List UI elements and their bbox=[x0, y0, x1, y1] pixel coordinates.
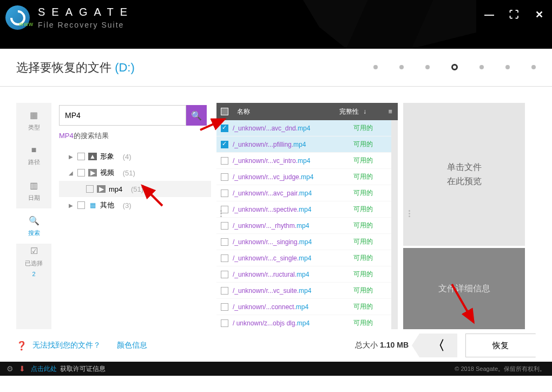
file-integrity: 可用的 bbox=[353, 172, 391, 181]
brand-name: SEAGATE bbox=[38, 6, 134, 18]
tree-node-video[interactable]: ◢▶视频 (51) bbox=[59, 165, 211, 181]
file-checkbox[interactable] bbox=[221, 222, 228, 230]
tree-node-mp4[interactable]: ▶mp4 (51) bbox=[59, 181, 211, 197]
caret-right-icon: ▶ bbox=[69, 154, 74, 160]
tab-label: 类型 bbox=[28, 123, 40, 132]
tab-type[interactable]: ▦类型 bbox=[16, 103, 51, 138]
column-name[interactable]: 名称 bbox=[233, 107, 339, 116]
file-checkbox[interactable] bbox=[221, 254, 228, 262]
file-row[interactable]: /_unknown/...avc_dnd.mp4 可用的 bbox=[216, 120, 391, 136]
step-dot bbox=[373, 65, 378, 69]
select-all-checkbox[interactable] bbox=[221, 108, 228, 115]
step-dot bbox=[479, 65, 484, 69]
file-name: /_unknown/r...vc_judge.mp4 bbox=[233, 173, 353, 181]
file-checkbox[interactable] bbox=[221, 173, 228, 181]
checkbox[interactable] bbox=[86, 185, 94, 193]
drag-handle[interactable] bbox=[409, 208, 412, 219]
tab-search[interactable]: 🔍搜索 bbox=[16, 208, 51, 244]
file-integrity: 可用的 bbox=[353, 123, 391, 133]
download-icon[interactable]: ⬇ bbox=[19, 364, 25, 373]
file-checkbox[interactable] bbox=[221, 271, 228, 278]
close-button[interactable]: ✕ bbox=[534, 10, 544, 19]
file-row[interactable]: / unknown/z...objs dlg.mp4 可用的 bbox=[216, 315, 391, 329]
tree-label: 其他 bbox=[100, 200, 114, 210]
file-checkbox[interactable] bbox=[221, 319, 228, 327]
file-row[interactable]: /_unknown/r...ructural.mp4 可用的 bbox=[216, 266, 391, 283]
step-dot bbox=[505, 65, 510, 69]
file-checkbox[interactable] bbox=[221, 206, 228, 213]
checkbox[interactable] bbox=[77, 201, 85, 209]
brand-subtitle: File Recovery Suite bbox=[38, 21, 134, 29]
file-list[interactable]: /_unknown/...avc_dnd.mp4 可用的 /_unknown/r… bbox=[216, 120, 398, 329]
check-icon: ☑ bbox=[30, 246, 38, 256]
tab-label: 已选择 bbox=[25, 259, 43, 267]
watermark-text: www bbox=[19, 21, 34, 27]
file-integrity: 可用的 bbox=[353, 205, 391, 214]
help-link-colorinfo[interactable]: 颜色信息 bbox=[117, 341, 147, 350]
list-menu-icon[interactable]: ≡ bbox=[383, 108, 398, 115]
calendar-icon: ▥ bbox=[30, 180, 38, 191]
help-icon: ❓ bbox=[16, 341, 27, 351]
file-checkbox[interactable] bbox=[221, 303, 228, 311]
tab-label: 搜索 bbox=[28, 229, 40, 237]
tree-label: 形象 bbox=[100, 152, 114, 161]
sort-down-icon[interactable]: ↓ bbox=[363, 108, 366, 115]
column-integrity[interactable]: 完整性 bbox=[339, 107, 359, 116]
file-checkbox[interactable] bbox=[221, 141, 228, 148]
minimize-button[interactable]: ― bbox=[484, 10, 494, 19]
file-row[interactable]: /_unknown/r...avc_pair.mp4 可用的 bbox=[216, 185, 391, 201]
step-dot bbox=[531, 65, 536, 69]
file-row[interactable]: /_unknown/r...vc_suite.mp4 可用的 bbox=[216, 283, 391, 299]
file-integrity: 可用的 bbox=[353, 156, 391, 165]
back-button[interactable]: 〈 bbox=[419, 334, 457, 357]
search-result-label: MP4的搜索结果 bbox=[59, 131, 209, 141]
file-row[interactable]: /_unknown/...connect.mp4 可用的 bbox=[216, 299, 391, 315]
tree-node-other[interactable]: ▶▦其他 (3) bbox=[59, 197, 211, 213]
tab-path[interactable]: ■路径 bbox=[16, 138, 51, 173]
help-link-notfound[interactable]: 无法找到您的文件？ bbox=[32, 341, 101, 350]
license-link[interactable]: 点击此处 bbox=[31, 364, 57, 374]
checkbox[interactable] bbox=[77, 153, 85, 160]
step-dot-active bbox=[451, 64, 458, 70]
tab-label: 路径 bbox=[28, 158, 40, 166]
search-button[interactable]: 🔍 bbox=[186, 105, 207, 126]
file-checkbox[interactable] bbox=[221, 125, 228, 132]
file-name: /_unknown/r...vc_intro.mp4 bbox=[233, 157, 353, 165]
checkbox[interactable] bbox=[77, 169, 85, 177]
caret-right-icon: ▶ bbox=[69, 202, 74, 208]
video-file-icon: ▶ bbox=[97, 185, 106, 193]
selected-count: 2 bbox=[32, 271, 35, 277]
file-row[interactable]: /_unknown/r...vc_intro.mp4 可用的 bbox=[216, 153, 391, 169]
file-name: /_unknown/r...avc_pair.mp4 bbox=[233, 190, 353, 197]
search-icon: 🔍 bbox=[29, 215, 40, 226]
file-row[interactable]: /_unknown/r...c_single.mp4 可用的 bbox=[216, 250, 391, 266]
file-checkbox[interactable] bbox=[221, 238, 228, 246]
tab-selected[interactable]: ☑已选择2 bbox=[16, 244, 51, 279]
recover-button[interactable]: 恢复 bbox=[465, 334, 536, 357]
file-checkbox[interactable] bbox=[221, 190, 228, 197]
file-row[interactable]: /_unknown/r...spective.mp4 可用的 bbox=[216, 201, 391, 218]
file-row[interactable]: /_unknown/r...vc_judge.mp4 可用的 bbox=[216, 169, 391, 185]
magnify-icon: 🔍 bbox=[191, 110, 202, 121]
file-checkbox[interactable] bbox=[221, 157, 228, 165]
file-name: /_unknown/r..._singing.mp4 bbox=[233, 238, 353, 246]
details-label: 文件详细信息 bbox=[438, 283, 490, 295]
file-list-panel: 名称 完整性↓ ≡ /_unknown/...avc_dnd.mp4 可用的 /… bbox=[216, 103, 398, 329]
chevron-left-icon: 〈 bbox=[432, 337, 445, 354]
search-input[interactable] bbox=[59, 105, 186, 126]
tree-node-image[interactable]: ▶▲形象 (4) bbox=[59, 148, 211, 165]
preview-area: 单击文件 在此预览 bbox=[403, 103, 525, 246]
file-row[interactable]: /_unknown/r..._singing.mp4 可用的 bbox=[216, 234, 391, 250]
scrollbar-thumb[interactable] bbox=[393, 122, 397, 135]
file-row[interactable]: /_unknown/r...pfilling.mp4 可用的 bbox=[216, 136, 391, 153]
tree-count: (3) bbox=[123, 201, 132, 210]
file-row[interactable]: /_unknown/..._rhythm.mp4 可用的 bbox=[216, 218, 391, 234]
file-integrity: 可用的 bbox=[353, 270, 391, 279]
gear-icon[interactable]: ⚙ bbox=[6, 364, 14, 373]
file-checkbox[interactable] bbox=[221, 287, 228, 295]
maximize-button[interactable]: ⛶ bbox=[509, 10, 519, 19]
file-name: / unknown/z...objs dlg.mp4 bbox=[233, 319, 353, 327]
tab-date[interactable]: ▥日期 bbox=[16, 173, 51, 208]
preview-hint-2: 在此预览 bbox=[447, 174, 482, 188]
other-icon: ▦ bbox=[88, 201, 97, 209]
